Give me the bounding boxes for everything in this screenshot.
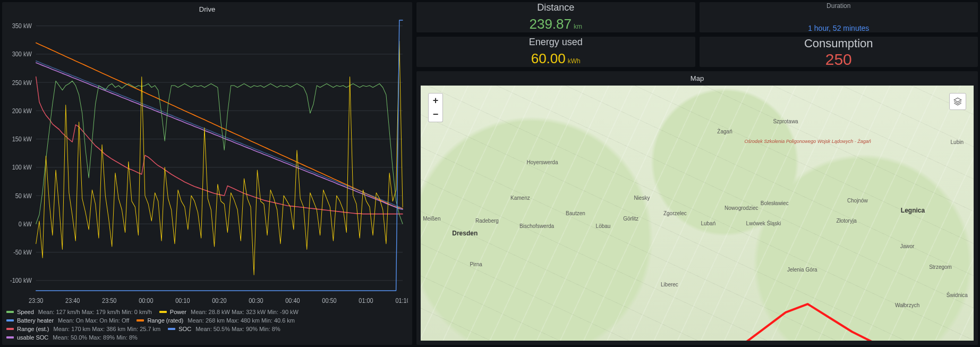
- map-route: [421, 86, 974, 341]
- map-layers-button[interactable]: [949, 93, 966, 110]
- legend-stats: Mean: 50.5% Max: 90% Min: 8%: [195, 326, 280, 332]
- stat-distance-unit: km: [574, 23, 582, 30]
- legend-swatch: [168, 328, 175, 330]
- legend-stats: Mean: 170 km Max: 386 km Min: 25.7 km: [54, 326, 161, 332]
- stat-duration-panel: Duration 1 hour, 52 minutes: [700, 2, 978, 32]
- stat-energy-label: Energy used: [529, 37, 583, 48]
- svg-text:00:40: 00:40: [285, 297, 300, 304]
- layers-icon: [953, 97, 962, 106]
- legend-item-speed[interactable]: SpeedMean: 127 km/h Max: 179 km/h Min: 0…: [6, 309, 152, 315]
- stat-energy-value: 60.00: [531, 50, 566, 67]
- legend-label: Power: [170, 309, 186, 315]
- drive-chart-legend: SpeedMean: 127 km/h Max: 179 km/h Min: 0…: [2, 307, 412, 345]
- svg-text:300 kW: 300 kW: [12, 50, 32, 58]
- legend-swatch: [6, 319, 14, 321]
- legend-item-soc[interactable]: SOCMean: 50.5% Max: 90% Min: 8%: [168, 326, 280, 332]
- svg-text:23:50: 23:50: [102, 297, 117, 304]
- legend-swatch: [6, 328, 14, 330]
- legend-item-rrated[interactable]: Range (rated)Mean: 268 km Max: 480 km Mi…: [137, 317, 295, 324]
- drive-chart-area[interactable]: -100 kW-50 kW0 kW50 kW100 kW150 kW200 kW…: [2, 14, 412, 307]
- svg-text:00:10: 00:10: [175, 297, 190, 304]
- stat-consumption-value: 250: [825, 50, 852, 69]
- stat-distance-panel: Distance 239.87 km: [416, 2, 695, 32]
- drive-chart-title: Drive: [2, 2, 412, 14]
- legend-label: Speed: [17, 309, 34, 315]
- stat-consumption-panel: Consumption 250: [700, 37, 978, 67]
- stat-duration-value: 1 hour, 52 minutes: [808, 24, 869, 32]
- svg-text:01:00: 01:00: [359, 297, 373, 304]
- svg-text:0 kW: 0 kW: [19, 220, 32, 228]
- svg-text:-50 kW: -50 kW: [13, 248, 32, 256]
- map-panel: Map DresdenLegnicaBautzenGörlitzBolesław…: [416, 71, 978, 345]
- svg-text:350 kW: 350 kW: [12, 22, 32, 30]
- drive-chart-svg[interactable]: -100 kW-50 kW0 kW50 kW100 kW150 kW200 kW…: [6, 16, 408, 307]
- svg-text:00:00: 00:00: [139, 297, 154, 304]
- stat-distance-value: 239.87: [529, 16, 572, 32]
- legend-label: Range (est.): [17, 326, 49, 332]
- legend-item-usoc[interactable]: usable SOCMean: 50.0% Max: 89% Min: 8%: [6, 334, 138, 341]
- legend-label: Range (rated): [147, 317, 183, 324]
- legend-item-power[interactable]: PowerMean: 28.8 kW Max: 323 kW Min: -90 …: [159, 309, 299, 315]
- svg-text:250 kW: 250 kW: [12, 79, 32, 87]
- svg-text:50 kW: 50 kW: [15, 192, 32, 200]
- legend-swatch: [137, 319, 144, 321]
- stat-energy-unit: kWh: [568, 57, 581, 65]
- legend-stats: Mean: On Max: On Min: Off: [58, 317, 129, 324]
- legend-label: SOC: [178, 326, 191, 332]
- map-zoom-in-button[interactable]: +: [428, 93, 443, 108]
- stat-consumption-label: Consumption: [804, 37, 873, 50]
- legend-swatch: [6, 311, 14, 313]
- map-title: Map: [416, 71, 978, 83]
- svg-text:23:40: 23:40: [65, 297, 80, 304]
- legend-stats: Mean: 268 km Max: 480 km Min: 40.6 km: [188, 317, 295, 324]
- map-zoom-out-button[interactable]: −: [428, 107, 443, 122]
- svg-text:23:30: 23:30: [29, 297, 44, 304]
- legend-item-bheater[interactable]: Battery heaterMean: On Max: On Min: Off: [6, 317, 129, 324]
- stat-energy-panel: Energy used 60.00 kWh: [416, 37, 695, 67]
- svg-text:01:10: 01:10: [395, 297, 408, 304]
- stat-distance-label: Distance: [537, 2, 574, 13]
- svg-text:200 kW: 200 kW: [12, 107, 32, 115]
- legend-label: usable SOC: [17, 334, 48, 341]
- svg-text:00:20: 00:20: [212, 297, 227, 304]
- legend-swatch: [6, 336, 14, 338]
- legend-stats: Mean: 127 km/h Max: 179 km/h Min: 0 km/h: [38, 309, 152, 315]
- drive-chart-panel: Drive -100 kW-50 kW0 kW50 kW100 kW150 kW…: [2, 2, 412, 345]
- svg-text:150 kW: 150 kW: [12, 135, 32, 143]
- legend-item-rest[interactable]: Range (est.)Mean: 170 km Max: 386 km Min…: [6, 326, 160, 332]
- legend-label: Battery heater: [17, 317, 54, 324]
- legend-stats: Mean: 28.8 kW Max: 323 kW Min: -90 kW: [191, 309, 299, 315]
- stat-duration-label: Duration: [826, 2, 850, 10]
- legend-stats: Mean: 50.0% Max: 89% Min: 8%: [53, 334, 138, 341]
- svg-text:100 kW: 100 kW: [12, 164, 32, 172]
- legend-swatch: [159, 311, 167, 313]
- svg-text:00:30: 00:30: [249, 297, 263, 304]
- map-canvas[interactable]: DresdenLegnicaBautzenGörlitzBolesławiecC…: [421, 86, 974, 341]
- svg-text:00:50: 00:50: [322, 297, 337, 304]
- svg-text:-100 kW: -100 kW: [10, 277, 32, 285]
